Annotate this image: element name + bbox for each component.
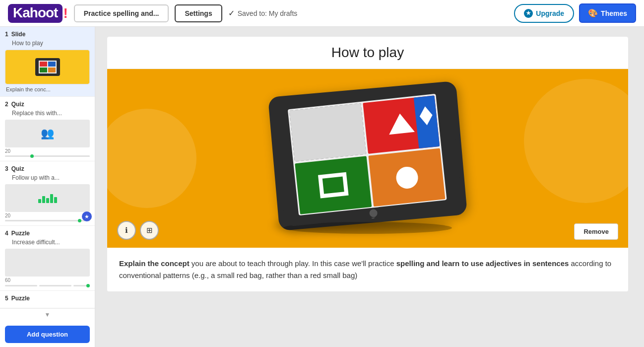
slide-bars [5, 285, 90, 286]
slide-points: 60 [5, 278, 90, 283]
scroll-down-indicator[interactable]: ▼ [0, 308, 95, 320]
logo-text: Kahoot [8, 4, 63, 23]
slide-main-title: How to play [119, 45, 616, 61]
quiz-thumb-icon: 👥 [41, 128, 54, 139]
header-right-actions: ★ Upgrade 🎨 Themes [514, 3, 636, 23]
themes-button[interactable]: 🎨 Themes [579, 3, 636, 23]
slide-number: 2 [5, 101, 8, 108]
bar-segment [39, 285, 71, 286]
tablet-svg-container [107, 69, 628, 248]
slide-title: Follow up with a... [5, 174, 90, 181]
slide-number: 1 [5, 31, 8, 38]
star-badge: ★ [82, 211, 92, 221]
bar-segment [5, 285, 37, 286]
settings-button[interactable]: Settings [175, 4, 222, 22]
svg-rect-3 [289, 103, 366, 162]
upgrade-label: Upgrade [536, 9, 564, 17]
slide-thumbnail [5, 50, 90, 84]
presentation-title-button[interactable]: Practice spelling and... [74, 4, 169, 22]
bar-segment [73, 285, 90, 286]
slide-title: Increase difficult... [5, 239, 90, 246]
saved-status: ✓ Saved to: My drafts [228, 8, 509, 18]
slide-thumbnail: 👥 [5, 120, 90, 147]
slide-list-item[interactable]: 2 Quiz Replace this with... 👥 20 [0, 97, 95, 161]
desc-bold-1: Explain the concept [119, 259, 190, 268]
crop-button[interactable]: ⊞ [140, 221, 159, 240]
bar-dot [86, 284, 90, 287]
bar-4 [50, 194, 53, 203]
slide-answer-bar [5, 155, 90, 157]
slide-type: Puzzle [11, 295, 30, 302]
svg-rect-8 [322, 176, 344, 194]
slide-title-area: How to play [107, 37, 628, 69]
slide-type: Quiz [11, 165, 24, 172]
slide-thumbnail [5, 184, 90, 212]
themes-label: Themes [601, 9, 627, 17]
add-question-button[interactable]: Add question [5, 326, 90, 343]
slide-number: 3 [5, 165, 8, 172]
slide-answer-bar [5, 220, 90, 221]
slide-list-item[interactable]: 3 Quiz Follow up with a... 20 ★ [0, 161, 95, 226]
slide-list-item[interactable]: 5 Puzzle [0, 291, 95, 308]
bar-1 [38, 199, 41, 203]
saved-status-text: Saved to: My drafts [238, 9, 298, 17]
slide-list-item[interactable]: 4 Puzzle Increase difficult... 60 [0, 226, 95, 291]
slide-number: 4 [5, 230, 8, 237]
slide-points: 20 [5, 148, 90, 154]
slide-title: How to play [5, 40, 90, 47]
remove-button[interactable]: Remove [574, 223, 618, 240]
star-icon: ★ [524, 9, 533, 18]
logo-exclaim: ! [63, 5, 67, 21]
app-header: Kahoot! Practice spelling and... Setting… [0, 0, 644, 27]
bar-5 [54, 197, 57, 203]
bar-2 [42, 196, 45, 203]
upgrade-button[interactable]: ★ Upgrade [514, 4, 574, 23]
slide-type: Slide [11, 31, 26, 38]
tablet-svg [261, 81, 474, 235]
slide-type: Puzzle [11, 230, 30, 237]
desc-text-1: you are about to teach through play. In … [190, 259, 396, 268]
info-button[interactable]: ℹ [117, 221, 136, 240]
slide-list-sidebar: 1 Slide How to play Explain the c [0, 27, 95, 347]
slide-points: 20 [5, 213, 90, 218]
themes-icon: 🎨 [588, 8, 598, 18]
logo: Kahoot! [8, 4, 68, 23]
slide-title: Replace this with... [5, 110, 90, 117]
bar-3 [46, 198, 49, 203]
slide-editor: How to play [107, 37, 628, 291]
main-layout: 1 Slide How to play Explain the c [0, 27, 644, 347]
slide-subtitle: Explain the conc... [5, 86, 90, 92]
slide-editor-area: How to play [95, 27, 644, 347]
slide-number: 5 [5, 295, 8, 302]
bar-indicator [30, 154, 34, 158]
check-icon: ✓ [228, 8, 235, 18]
bar-indicator [78, 219, 81, 222]
quiz-bars [38, 193, 57, 203]
image-overlay-buttons: ℹ ⊞ [117, 221, 159, 240]
slide-description: Explain the concept you are about to tea… [107, 248, 628, 291]
slide-list-item[interactable]: 1 Slide How to play Explain the c [0, 27, 95, 97]
slide-image-area: ▲ [107, 69, 628, 248]
slide-thumbnail [5, 249, 90, 277]
desc-bold-2: spelling and learn to use adjectives in … [396, 259, 569, 268]
slide-type: Quiz [11, 101, 24, 108]
